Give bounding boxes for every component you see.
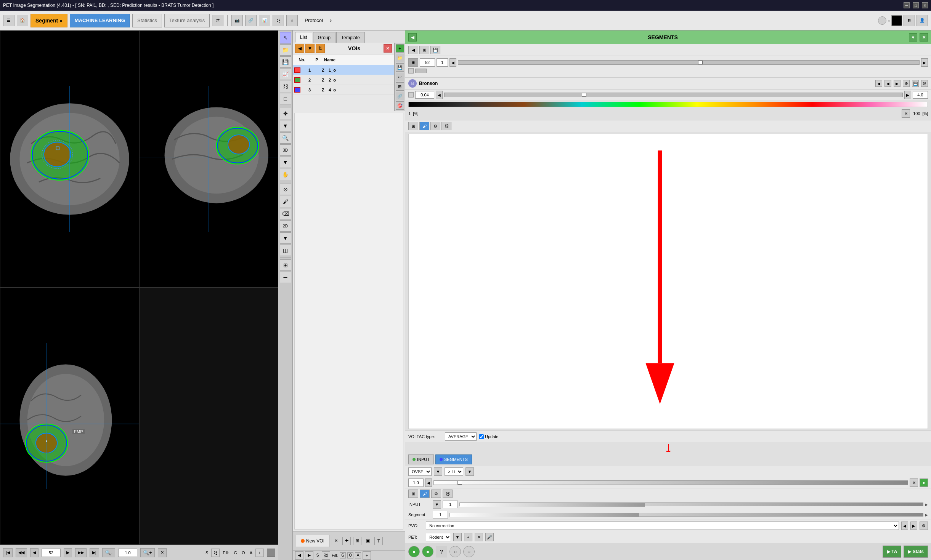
input-down-btn[interactable]: ▼ xyxy=(433,500,441,509)
folder-tool-btn[interactable]: 📁 xyxy=(280,44,291,56)
voi-row-3[interactable]: 3 Z 4_o xyxy=(293,85,394,95)
small-icon-3[interactable]: ⚙ xyxy=(431,490,441,498)
voi-left-btn[interactable]: ◀ xyxy=(295,44,304,53)
zoom-out-btn[interactable]: 🔍- xyxy=(102,548,115,557)
segment-row-val[interactable] xyxy=(433,511,448,518)
seg-slider-thumb[interactable] xyxy=(698,61,703,64)
seg-header-left-btn[interactable]: ◀ xyxy=(408,33,417,42)
camera-icon-btn[interactable]: 📷 xyxy=(231,15,243,26)
pet-mic-btn[interactable]: 🎤 xyxy=(485,533,494,541)
opacity-max-input[interactable]: 4.0 xyxy=(913,91,928,99)
plus-status-icon[interactable]: + xyxy=(255,549,264,557)
nav-fwd-btn[interactable]: ▶ xyxy=(305,551,313,560)
nav-o-btn[interactable]: O xyxy=(347,552,353,558)
voi-close-btn[interactable]: ✕ xyxy=(384,44,392,53)
nav-chain-btn[interactable]: ⛓ xyxy=(322,551,330,560)
update-check[interactable] xyxy=(479,434,484,439)
new-voi-close-btn[interactable]: ✕ xyxy=(332,537,340,545)
pvc-select[interactable]: No correction xyxy=(426,522,899,530)
voi-side-5[interactable]: ⊞ xyxy=(396,82,404,91)
bronson-save-btn[interactable]: 💾 xyxy=(912,80,919,87)
seg-check1[interactable] xyxy=(408,68,414,74)
voi-sort-btn[interactable]: ⇅ xyxy=(316,44,325,53)
action-circle-btn2[interactable]: ○ xyxy=(463,546,475,557)
camera-tool-btn[interactable]: □ xyxy=(280,93,291,104)
chain-status-btn[interactable]: ⛓ xyxy=(211,549,220,557)
nav-arrow-right[interactable]: › xyxy=(888,18,890,24)
voi-side-3[interactable]: 💾 xyxy=(396,63,404,72)
segment-slider[interactable] xyxy=(449,513,923,517)
eraser-tool-btn[interactable]: ⌫ xyxy=(280,208,291,219)
seg-grid-btn[interactable]: ⊞ xyxy=(419,46,429,54)
pet-down-btn[interactable]: ▼ xyxy=(453,533,462,541)
statistics-btn[interactable]: Statistics xyxy=(132,14,162,27)
voi-row-1[interactable]: 1 Z 1_o xyxy=(293,65,394,75)
seg-icon-3[interactable]: ⚙ xyxy=(430,122,440,130)
new-voi-frame-btn[interactable]: ▣ xyxy=(364,537,372,545)
prev-frame-btn[interactable]: ◀◀ xyxy=(16,548,27,557)
new-voi-stack-btn[interactable]: ⊞ xyxy=(353,537,361,545)
save-tool-btn[interactable]: 💾 xyxy=(280,56,291,68)
voi-add-voi-btn[interactable]: + xyxy=(396,44,404,53)
2d-btn[interactable]: 2D xyxy=(280,220,291,232)
bronson-nav-left2[interactable]: ◀ xyxy=(884,80,891,87)
new-voi-btn[interactable]: New VOI xyxy=(296,535,329,547)
tab-group[interactable]: Group xyxy=(313,32,335,43)
opacity-nav-right[interactable]: ▶ xyxy=(904,91,911,99)
tab-template[interactable]: Template xyxy=(336,32,365,43)
ovise-value-input[interactable]: 1.0 xyxy=(408,478,424,487)
chevron-icon[interactable]: › xyxy=(330,17,332,24)
seg-icon-4[interactable]: ⛓ xyxy=(441,122,451,130)
black-square-icon-btn[interactable] xyxy=(891,15,902,26)
seg-header-down-btn[interactable]: ▼ xyxy=(909,33,917,42)
lt-select[interactable]: > Lt xyxy=(445,467,463,476)
machine-learning-btn[interactable]: MACHINE LEARNING xyxy=(70,14,130,27)
grid-tool-btn[interactable]: ⊞ xyxy=(280,259,291,271)
paint-tool-btn[interactable]: 🖌 xyxy=(280,196,291,207)
value-slider-thumb[interactable] xyxy=(457,481,462,485)
small-icon-2[interactable]: 🖌 xyxy=(420,490,430,498)
seg-icon-left[interactable]: ■ xyxy=(408,58,418,67)
seg-nav-right[interactable]: ▶ xyxy=(921,58,928,67)
seg-single-btn[interactable]: ◀ xyxy=(408,46,418,54)
value-nav-left[interactable]: ◀ xyxy=(425,478,432,487)
opacity-check[interactable] xyxy=(408,92,414,98)
close-btn[interactable]: ✕ xyxy=(922,2,928,8)
bronson-nav-right[interactable]: ▶ xyxy=(894,80,901,87)
tab-list[interactable]: List xyxy=(295,32,312,43)
seg-slice-input[interactable]: 52 xyxy=(420,58,435,67)
chart-icon-btn[interactable]: 📊 xyxy=(259,15,270,26)
minimize-btn[interactable]: ─ xyxy=(904,2,910,8)
zoom-tool-btn[interactable]: 🔍 xyxy=(280,132,291,144)
action-question-btn[interactable]: ? xyxy=(436,546,447,557)
opacity-slider[interactable] xyxy=(444,93,903,97)
link-tool-btn[interactable]: ⛓ xyxy=(280,81,291,92)
viewport-top-left[interactable] xyxy=(0,30,139,288)
user-icon-btn[interactable]: 👤 xyxy=(917,15,928,26)
down-arrow-3d-btn[interactable]: ▼ xyxy=(280,157,291,168)
seg-slider[interactable] xyxy=(458,60,920,65)
pet-select[interactable]: Rodent xyxy=(426,533,451,541)
home-btn[interactable]: 🏠 xyxy=(17,15,28,26)
value-x-btn[interactable]: ✕ xyxy=(910,478,918,487)
input-row-slider[interactable] xyxy=(459,502,923,506)
small-icon-1[interactable]: ⊞ xyxy=(408,490,418,498)
zoom-input[interactable]: 1.0 xyxy=(118,549,137,557)
cursor-tool-btn[interactable]: ↖ xyxy=(280,32,291,43)
pvc-nav-right[interactable]: ▶ xyxy=(910,522,917,530)
small-icon-4[interactable]: ⛓ xyxy=(443,490,453,498)
value-slider[interactable] xyxy=(433,480,908,485)
voi-side-2[interactable]: 📁 xyxy=(396,54,404,62)
action-circle-btn[interactable]: ○ xyxy=(449,546,461,557)
texture-analysis-btn[interactable]: Texture analysis xyxy=(164,14,210,27)
forward-btn[interactable]: ▶ xyxy=(64,548,72,557)
move-tool-btn[interactable]: ✥ xyxy=(280,108,291,119)
seg-check-slider[interactable] xyxy=(415,69,427,73)
pvc-nav-left[interactable]: ◀ xyxy=(901,522,908,530)
reset-btn[interactable]: ✕ xyxy=(158,548,167,557)
seg-save-btn[interactable]: 💾 xyxy=(430,46,440,54)
action-green-circle-btn2[interactable]: ● xyxy=(422,546,433,557)
bronson-settings-btn[interactable]: ⚙ xyxy=(903,80,910,87)
hand-tool-btn[interactable]: ✋ xyxy=(280,169,291,180)
voi-tac-select[interactable]: AVERAGE xyxy=(445,432,477,441)
